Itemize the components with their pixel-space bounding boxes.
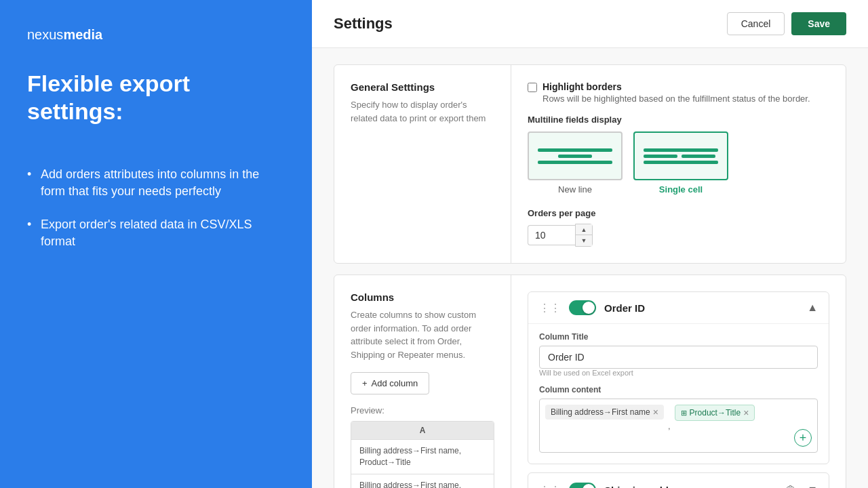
display-option-newline-box	[528, 131, 623, 180]
add-icon: +	[362, 378, 368, 388]
display-option-singlecell[interactable]: Single cell	[633, 131, 728, 195]
collapse-order-id-button[interactable]: ▲	[807, 302, 818, 314]
multiline-label: Multiline fields display	[528, 115, 829, 125]
cancel-button[interactable]: Cancel	[727, 12, 785, 35]
tag-billing-firstname-close[interactable]: ×	[653, 407, 658, 417]
general-settings-left: General Setttings Specify how to display…	[334, 65, 511, 263]
column-items-area: ⋮⋮ Order ID ▲ Column Title	[511, 275, 846, 488]
expand-shipping-button[interactable]: ▼	[807, 484, 818, 488]
save-button[interactable]: Save	[791, 12, 846, 35]
highlight-borders-row: Highlight borders Rows will be highlight…	[528, 81, 829, 104]
tag-billing-firstname-text: Billing address→First name	[551, 407, 650, 417]
column-title-label: Column Title	[539, 332, 818, 342]
header-buttons: Cancel Save	[727, 12, 846, 35]
preview-col-header: A	[351, 422, 494, 440]
tag-product-title: ⊞ Product→Title ×	[675, 405, 755, 421]
newline-icon	[532, 143, 618, 169]
preview-table: A Billing address→First name, Product→Ti…	[351, 421, 494, 488]
display-option-newline[interactable]: New line	[528, 131, 623, 195]
general-settings-right: Highlight borders Rows will be highlight…	[511, 65, 846, 263]
add-column-label: Add column	[372, 378, 418, 388]
bullet-item-1: Add orders attributes into columns in th…	[27, 166, 285, 200]
tag-billing-firstname: Billing address→First name ×	[545, 405, 664, 420]
column-item-shipping: ⋮⋮ Shipping address 🗑 ▼	[528, 472, 829, 488]
general-settings-card: General Setttings Specify how to display…	[334, 64, 846, 264]
toggle-shipping[interactable]	[569, 483, 596, 488]
general-settings-desc: Specify how to display order's related d…	[351, 98, 494, 125]
spinner-buttons: ▲ ▼	[575, 224, 593, 247]
column-item-shipping-header: ⋮⋮ Shipping address 🗑 ▼	[528, 473, 829, 488]
column-content-label: Column content	[539, 385, 818, 394]
brand-prefix: nexus	[27, 27, 63, 42]
tag-product-title-text: Product→Title	[690, 408, 741, 418]
column-title-sublabel: Will be used on Excel export	[539, 369, 818, 377]
column-name-shipping: Shipping address	[604, 485, 774, 489]
spinner-down-button[interactable]: ▼	[576, 235, 592, 246]
brand: nexusmedia	[27, 27, 285, 43]
left-panel: nexusmedia Flexible export settings: Add…	[0, 0, 312, 488]
orders-per-page-input[interactable]	[528, 225, 575, 245]
display-option-singlecell-label: Single cell	[633, 184, 728, 195]
add-tag-button[interactable]: +	[794, 429, 812, 447]
highlight-borders-sublabel: Rows will be highlighted based on the fu…	[542, 94, 810, 104]
display-options: New line	[528, 131, 829, 195]
content-area: General Setttings Specify how to display…	[312, 48, 868, 488]
highlight-borders-label: Highlight borders	[542, 81, 810, 92]
drag-handle-order-id[interactable]: ⋮⋮	[539, 302, 561, 314]
headline: Flexible export settings:	[27, 70, 285, 125]
column-item-order-id-header: ⋮⋮ Order ID ▲	[528, 292, 829, 323]
general-settings-title: General Setttings	[351, 81, 494, 93]
orders-per-page-spinner: ▲ ▼	[528, 224, 829, 247]
columns-title: Columns	[351, 291, 494, 303]
display-option-singlecell-box	[633, 131, 728, 180]
page-title: Settings	[334, 15, 393, 33]
general-settings-content: General Setttings Specify how to display…	[334, 65, 846, 263]
page-header: Settings Cancel Save	[312, 0, 868, 48]
delete-shipping-button[interactable]: 🗑	[783, 481, 799, 488]
tag-product-icon: ⊞	[681, 409, 687, 418]
bullet-item-2: Export order's related data in CSV/XLS f…	[27, 216, 285, 250]
columns-desc: Create columns to show custom order info…	[351, 308, 494, 361]
drag-handle-shipping[interactable]: ⋮⋮	[539, 484, 561, 489]
column-item-order-id-body: Column Title Will be used on Excel expor…	[528, 323, 829, 464]
columns-left: Columns Create columns to show custom or…	[334, 275, 511, 488]
toggle-order-id[interactable]	[569, 300, 596, 315]
column-name-order-id: Order ID	[604, 302, 799, 314]
preview-label: Preview:	[351, 405, 494, 415]
preview-row-2: Billing address→First name, Product→Titl…	[351, 474, 494, 488]
columns-card: Columns Create columns to show custom or…	[334, 274, 846, 488]
spinner-up-button[interactable]: ▲	[576, 224, 592, 235]
bullets-list: Add orders attributes into columns in th…	[27, 166, 285, 267]
orders-per-page-label: Orders per page	[528, 208, 829, 218]
singlecell-icon	[638, 143, 724, 169]
column-item-order-id: ⋮⋮ Order ID ▲ Column Title	[528, 291, 829, 464]
highlight-borders-labels: Highlight borders Rows will be highlight…	[542, 81, 810, 104]
tag-product-title-close[interactable]: ×	[743, 408, 749, 418]
add-column-button[interactable]: + Add column	[351, 372, 429, 394]
highlight-borders-checkbox[interactable]	[528, 83, 537, 92]
display-option-newline-label: New line	[528, 184, 623, 195]
column-title-input[interactable]	[539, 346, 818, 369]
tag-separator: ,	[668, 421, 671, 431]
column-content-tags[interactable]: Billing address→First name × , ⊞ Product…	[539, 399, 818, 453]
right-panel: Settings Cancel Save General Setttings S…	[312, 0, 868, 488]
preview-row-1: Billing address→First name, Product→Titl…	[351, 440, 494, 474]
columns-content: Columns Create columns to show custom or…	[334, 275, 846, 488]
brand-suffix: media	[63, 27, 102, 42]
